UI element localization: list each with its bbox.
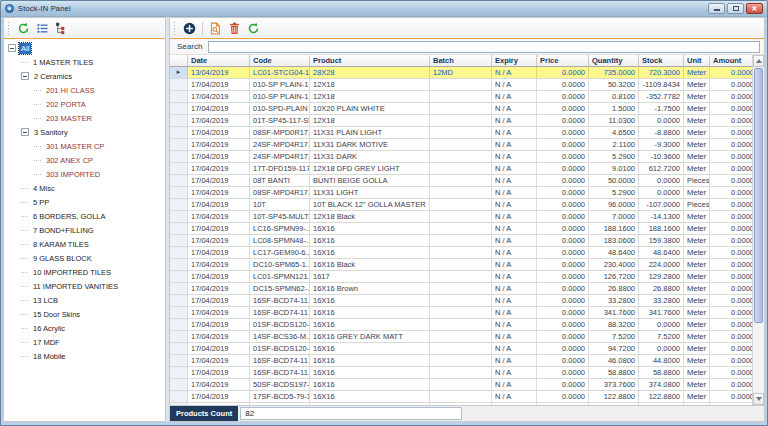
grid-row[interactable]: 17/04/201908SF-MPD0R17...11X31 PLAIN LIG…	[170, 127, 752, 139]
grid-row[interactable]: 17/04/201901SF-BCDS120-...16X16N / A0.00…	[170, 319, 752, 331]
maximize-button[interactable]	[727, 3, 744, 14]
stock-toolbar	[170, 18, 764, 39]
cell-unit: Pieces	[684, 175, 710, 186]
preview-document-button[interactable]	[207, 20, 224, 37]
cell-unit: Meter	[684, 367, 710, 378]
tree-item-201-hi-class[interactable]: 201 HI CLASS	[4, 83, 165, 97]
scroll-down-arrow-icon[interactable]	[753, 393, 764, 405]
tree-item-10-importred-tiles[interactable]: 10 IMPORTRED TILES	[4, 265, 165, 279]
tree-item-3-sanitory[interactable]: 3 Sanitory	[4, 125, 165, 139]
grid-row[interactable]: 17/04/201910T10T BLACK 12" GOLLA MASTERN…	[170, 199, 752, 211]
add-stock-button[interactable]	[181, 20, 198, 37]
grid-vertical-scrollbar[interactable]	[752, 55, 764, 405]
collapse-icon[interactable]	[21, 72, 29, 80]
tree-item-303-imported[interactable]: 303 IMPORTED	[4, 167, 165, 181]
cell-product: 12X18	[310, 79, 430, 90]
column-header-product[interactable]: Product	[310, 55, 430, 66]
tree-item-16-acrylic[interactable]: 16 Acrylic	[4, 321, 165, 335]
tree-item-1-master-tiles[interactable]: 1 MASTER TILES	[4, 55, 165, 69]
grid-row[interactable]: 17/04/201950SF-BCDS197-...16X16N / A0.00…	[170, 379, 752, 391]
tree-item-301-master-cp[interactable]: 301 MASTER CP	[4, 139, 165, 153]
column-header-price[interactable]: Price	[537, 55, 589, 66]
tree-item-7-bond-filling[interactable]: 7 BOND+FILLING	[4, 223, 165, 237]
cell-amount: 0.0000	[710, 247, 752, 258]
cell-expiry: N / A	[492, 271, 537, 282]
tree-item-4-misc[interactable]: 4 Misc	[4, 181, 165, 195]
tree-item-11-imported-vanities[interactable]: 11 IMPORTED VANITIES	[4, 279, 165, 293]
tree-item-13-lcb[interactable]: 13 LCB	[4, 293, 165, 307]
grid-row[interactable]: 17/04/2019DC10-SPM65-1...16X16 BlackN / …	[170, 259, 752, 271]
grid-row[interactable]: 17/04/201914SF-BCS36-M...16X16 GREY DARK…	[170, 331, 752, 343]
grid-row[interactable]: 17/04/201908SF-MPD4R17...11X31 LIGHTN / …	[170, 187, 752, 199]
toolbar-separator	[202, 22, 203, 35]
tree-item-17-mdf[interactable]: 17 MDF	[4, 335, 165, 349]
column-header-date[interactable]: Date	[188, 55, 250, 66]
collapse-icon[interactable]	[21, 128, 29, 136]
grid-row[interactable]: 17/04/2019LC08-SPMN48-...16X16N / A0.000…	[170, 235, 752, 247]
tree-item-6-borders-golla[interactable]: 6 BORDERS, GOLLA	[4, 209, 165, 223]
grid-row[interactable]: 17/04/201917SF-BCD5-79-1...16X16N / A0.0…	[170, 391, 752, 403]
grid-row[interactable]: 17/04/2019LC01-SPMN121...1617N / A0.0000…	[170, 271, 752, 283]
tree-item-all[interactable]: All	[4, 41, 165, 55]
cell-price: 0.0000	[537, 163, 589, 174]
tree-item-5-pp[interactable]: 5 PP	[4, 195, 165, 209]
grid-row[interactable]: 17/04/201916SF-BCD74-11...16X16N / A0.00…	[170, 307, 752, 319]
cell-batch	[430, 91, 492, 102]
column-header-quantity[interactable]: Quantity	[589, 55, 639, 66]
close-button[interactable]: ✕	[746, 3, 763, 14]
grid-row[interactable]: 17/04/201916SF-BCD74-11...16X16N / A0.00…	[170, 295, 752, 307]
grid-row[interactable]: 17/04/2019DC15-SPMN62-...16X16 BrownN / …	[170, 283, 752, 295]
grid-row[interactable]: 17/04/201916SF-BCD74-11...16X16N / A0.00…	[170, 355, 752, 367]
tree-item-202-porta[interactable]: 202 PORTA	[4, 97, 165, 111]
column-header-stock[interactable]: Stock	[639, 55, 684, 66]
grid-row[interactable]: 17/04/2019010-SP PLAIN-1...12X18N / A0.0…	[170, 91, 752, 103]
tree-item-18-mobile[interactable]: 18 Mobile	[4, 349, 165, 363]
grid-row[interactable]: 17/04/201908T BANTIBUNTI BEIGE GOLLAN / …	[170, 175, 752, 187]
grid-row[interactable]: ►13/04/2019LC01-STCG04-1...28X2812MDN / …	[170, 67, 752, 79]
cell-expiry: N / A	[492, 211, 537, 222]
grid-row[interactable]: 17/04/201901T-SP45-117-SB12X18N / A0.000…	[170, 115, 752, 127]
tree-item-2-ceramics[interactable]: 2 Ceramics	[4, 69, 165, 83]
tree-item-label: 18 Mobile	[31, 351, 68, 362]
cell-product: 11X31 PLAIN LIGHT	[310, 127, 430, 138]
tree-view-button[interactable]	[53, 20, 70, 37]
tree-item-8-karam-tiles[interactable]: 8 KARAM TILES	[4, 237, 165, 251]
tree-item-15-door-skins[interactable]: 15 Door Skins	[4, 307, 165, 321]
refresh-categories-button[interactable]	[15, 20, 32, 37]
column-header-expiry[interactable]: Expiry	[492, 55, 537, 66]
cell-code: 010-SPD-PLAIN	[250, 103, 310, 114]
grid-row[interactable]: 17/04/201924SF-MPD4R17...11X31 DARK MOTI…	[170, 139, 752, 151]
cell-date: 17/04/2019	[188, 175, 250, 186]
tree-item-302-anex-cp[interactable]: 302 ANEX CP	[4, 153, 165, 167]
tree-item-203-master[interactable]: 203 MASTER	[4, 111, 165, 125]
grid-row[interactable]: 17/04/2019010-SPD-PLAIN10X20 PLAIN WHITE…	[170, 103, 752, 115]
grid-row[interactable]: 17/04/201910T-SP45-MULT...12X18 BlackN /…	[170, 211, 752, 223]
cell-amount: 0.0000	[710, 163, 752, 174]
grid-row[interactable]: 17/04/2019LC16-SPMN99-...16X16N / A0.000…	[170, 223, 752, 235]
tree-item-9-glass-block[interactable]: 9 GLASS BLOCK	[4, 251, 165, 265]
grid-row[interactable]: 17/04/2019010-SP PLAIN-1...12X18N / A0.0…	[170, 79, 752, 91]
column-header-amount[interactable]: Amount	[710, 55, 758, 66]
grid-row[interactable]: 17/04/2019LC17-GEM90-6...16X16N / A0.000…	[170, 247, 752, 259]
column-header-unit[interactable]: Unit	[684, 55, 710, 66]
grid-row[interactable]: 17/04/201915SF-BCS14-M...16X16N / A0.000…	[170, 403, 752, 405]
list-view-button[interactable]	[34, 20, 51, 37]
cell-quantity: 1.5000	[589, 103, 639, 114]
refresh-grid-button[interactable]	[245, 20, 262, 37]
row-indicator	[170, 151, 188, 162]
collapse-icon[interactable]	[8, 44, 16, 52]
minimize-button[interactable]	[708, 3, 725, 14]
column-header-code[interactable]: Code	[250, 55, 310, 66]
column-header-batch[interactable]: Batch	[430, 55, 492, 66]
cell-expiry: N / A	[492, 343, 537, 354]
cell-expiry: N / A	[492, 247, 537, 258]
grid-row[interactable]: 17/04/201901SF-BCDS120-...16X16N / A0.00…	[170, 343, 752, 355]
scroll-up-arrow-icon[interactable]	[753, 55, 764, 67]
delete-button[interactable]	[226, 20, 243, 37]
grid-row[interactable]: 17/04/201924SF-MPD4R17...11X31 DARKN / A…	[170, 151, 752, 163]
grid-row[interactable]: 17/04/201916SF-BCD74-11...16X16N / A0.00…	[170, 367, 752, 379]
search-input[interactable]	[208, 41, 760, 53]
grid-row[interactable]: 17/04/201917T-DFD159-11712X18 DFD GREY L…	[170, 163, 752, 175]
scrollbar-thumb[interactable]	[754, 68, 763, 323]
row-indicator	[170, 355, 188, 366]
